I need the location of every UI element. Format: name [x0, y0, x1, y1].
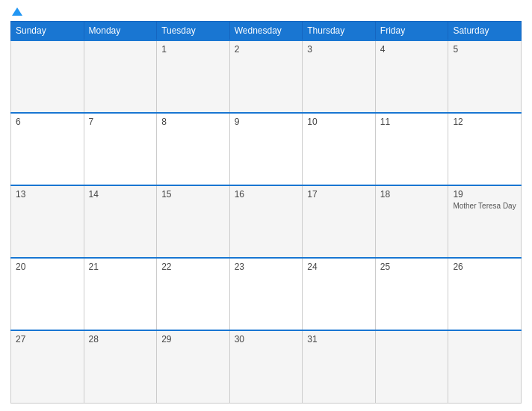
calendar-cell: 1 — [157, 40, 230, 113]
calendar-cell: 19Mother Teresa Day — [448, 185, 522, 258]
calendar-cell: 15 — [157, 185, 230, 258]
calendar-cell: 2 — [229, 40, 303, 113]
calendar-cell: 3 — [303, 40, 376, 113]
calendar-cell: 28 — [84, 330, 157, 403]
calendar-cell: 6 — [11, 113, 84, 185]
day-number: 28 — [89, 334, 152, 344]
day-number: 26 — [453, 262, 516, 272]
day-number: 5 — [453, 44, 516, 55]
logo-triangle-icon — [12, 7, 22, 16]
day-number: 27 — [16, 334, 79, 344]
day-number: 14 — [89, 189, 152, 200]
day-number: 25 — [380, 262, 444, 272]
calendar-cell: 10 — [303, 113, 376, 185]
calendar-week-row: 12345 — [11, 40, 522, 113]
day-number: 6 — [16, 117, 79, 127]
weekday-header: Monday — [84, 22, 157, 41]
calendar-week-row: 2728293031 — [11, 330, 522, 403]
day-number: 30 — [235, 334, 298, 344]
calendar-cell: 20 — [11, 258, 84, 330]
calendar-cell: 27 — [11, 330, 84, 403]
calendar-cell: 31 — [303, 330, 376, 403]
calendar-cell: 12 — [448, 113, 522, 185]
calendar-cell: 8 — [157, 113, 230, 185]
calendar-cell: 9 — [229, 113, 303, 185]
calendar-cell — [84, 40, 157, 113]
day-number: 22 — [161, 262, 225, 272]
logo — [10, 7, 22, 16]
holiday-label: Mother Teresa Day — [453, 201, 516, 211]
day-number: 15 — [161, 189, 225, 200]
day-number: 31 — [307, 334, 371, 344]
day-number: 20 — [16, 262, 79, 272]
calendar-cell: 21 — [84, 258, 157, 330]
calendar-cell: 14 — [84, 185, 157, 258]
day-number: 9 — [235, 117, 298, 127]
logo-blue-text — [10, 7, 22, 16]
day-number: 17 — [307, 189, 371, 200]
weekday-header: Wednesday — [229, 22, 303, 41]
calendar-cell: 13 — [11, 185, 84, 258]
day-number: 10 — [307, 117, 371, 127]
weekday-header: Saturday — [448, 22, 522, 41]
day-number: 12 — [453, 117, 516, 127]
day-number: 2 — [235, 44, 298, 55]
calendar-cell: 23 — [229, 258, 303, 330]
calendar-cell: 5 — [448, 40, 522, 113]
calendar-cell: 30 — [229, 330, 303, 403]
header — [10, 7, 522, 16]
calendar-week-row: 20212223242526 — [11, 258, 522, 330]
calendar-cell: 29 — [157, 330, 230, 403]
calendar-cell: 24 — [303, 258, 376, 330]
calendar-cell — [448, 330, 522, 403]
day-number: 4 — [380, 44, 444, 55]
day-number: 7 — [89, 117, 152, 127]
calendar-page: SundayMondayTuesdayWednesdayThursdayFrid… — [0, 0, 532, 411]
weekday-header: Thursday — [303, 22, 376, 41]
weekday-header: Tuesday — [157, 22, 230, 41]
day-number: 1 — [161, 44, 225, 55]
weekday-header: Sunday — [11, 22, 84, 41]
calendar-cell: 18 — [375, 185, 448, 258]
day-number: 29 — [161, 334, 225, 344]
calendar-table: SundayMondayTuesdayWednesdayThursdayFrid… — [10, 21, 522, 404]
day-number: 3 — [307, 44, 371, 55]
calendar-week-row: 13141516171819Mother Teresa Day — [11, 185, 522, 258]
day-number: 21 — [89, 262, 152, 272]
day-number: 11 — [380, 117, 444, 127]
day-number: 19 — [453, 189, 516, 200]
weekday-header-row: SundayMondayTuesdayWednesdayThursdayFrid… — [11, 22, 522, 41]
calendar-cell: 4 — [375, 40, 448, 113]
calendar-cell: 22 — [157, 258, 230, 330]
calendar-cell: 16 — [229, 185, 303, 258]
day-number: 18 — [380, 189, 444, 200]
calendar-cell — [11, 40, 84, 113]
day-number: 23 — [235, 262, 298, 272]
calendar-cell: 17 — [303, 185, 376, 258]
calendar-cell — [375, 330, 448, 403]
weekday-header: Friday — [375, 22, 448, 41]
calendar-week-row: 6789101112 — [11, 113, 522, 185]
day-number: 24 — [307, 262, 371, 272]
calendar-cell: 25 — [375, 258, 448, 330]
day-number: 8 — [161, 117, 225, 127]
day-number: 13 — [16, 189, 79, 200]
calendar-cell: 7 — [84, 113, 157, 185]
calendar-cell: 26 — [448, 258, 522, 330]
calendar-cell: 11 — [375, 113, 448, 185]
day-number: 16 — [235, 189, 298, 200]
